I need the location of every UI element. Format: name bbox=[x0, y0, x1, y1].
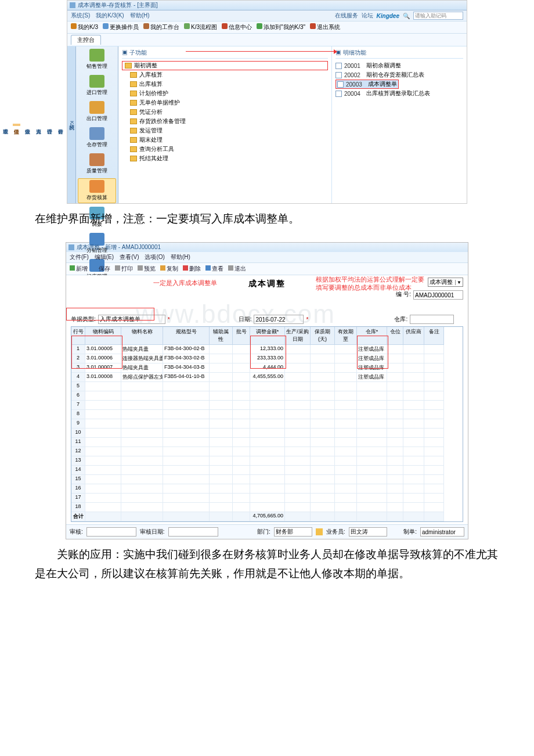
cell[interactable]: 4 bbox=[71, 373, 85, 382]
tb-view[interactable]: 查看 bbox=[205, 265, 223, 273]
cell[interactable] bbox=[233, 484, 250, 494]
detail-item[interactable]: 20004出库核算调整录取汇总表 bbox=[335, 89, 463, 98]
cell[interactable] bbox=[121, 391, 163, 401]
tree-item[interactable]: 凭证分析 bbox=[122, 107, 328, 117]
cell[interactable] bbox=[285, 391, 311, 401]
cell[interactable] bbox=[311, 419, 335, 429]
cell[interactable] bbox=[210, 456, 233, 466]
column-header[interactable]: 批号 bbox=[233, 327, 250, 345]
cell[interactable] bbox=[285, 429, 311, 438]
cell[interactable] bbox=[210, 401, 233, 410]
cell[interactable] bbox=[387, 354, 403, 363]
cat-hr[interactable]: 人力资源 bbox=[35, 124, 42, 126]
cell[interactable] bbox=[285, 345, 311, 354]
checkbox-icon[interactable] bbox=[337, 81, 344, 88]
cell[interactable] bbox=[357, 484, 387, 494]
cat-mgmt-acct[interactable]: 管理会计 bbox=[46, 124, 53, 126]
cell[interactable] bbox=[233, 438, 250, 447]
menu-myk3[interactable]: 我的K/3(K) bbox=[96, 12, 124, 20]
cell[interactable] bbox=[311, 391, 335, 401]
cell[interactable] bbox=[210, 363, 233, 373]
cell[interactable] bbox=[210, 484, 233, 494]
cell[interactable] bbox=[311, 447, 335, 456]
cell[interactable] bbox=[403, 410, 424, 419]
cell[interactable]: 233,333.00 bbox=[250, 354, 285, 363]
cell[interactable] bbox=[335, 466, 357, 475]
menu-view[interactable]: 查看(V) bbox=[120, 253, 139, 261]
cell[interactable] bbox=[311, 373, 335, 382]
cell[interactable] bbox=[387, 438, 403, 447]
cell[interactable] bbox=[403, 391, 424, 401]
column-header[interactable]: 供应商 bbox=[403, 327, 424, 345]
cell[interactable] bbox=[85, 456, 121, 466]
tree-item[interactable]: 托结其处理 bbox=[122, 154, 328, 163]
cell[interactable] bbox=[233, 466, 250, 475]
column-header[interactable]: 行号 bbox=[71, 327, 85, 345]
tb-switch-user[interactable]: 更换操作员 bbox=[103, 23, 139, 31]
tree-item[interactable]: 期末处理 bbox=[122, 135, 328, 145]
cell[interactable] bbox=[250, 475, 285, 484]
cat-myk3[interactable]: 我的K/3 bbox=[68, 120, 75, 130]
cell[interactable] bbox=[250, 447, 285, 456]
cell[interactable] bbox=[121, 456, 163, 466]
cell[interactable] bbox=[357, 494, 387, 503]
cell[interactable] bbox=[250, 484, 285, 494]
sidebar-item-仓存管理[interactable]: 仓存管理 bbox=[78, 126, 116, 150]
cell[interactable] bbox=[121, 484, 163, 494]
cell[interactable] bbox=[311, 466, 335, 475]
cell[interactable] bbox=[335, 475, 357, 484]
cell[interactable] bbox=[424, 373, 444, 382]
tree-item[interactable]: 计划价维护 bbox=[122, 89, 328, 98]
cell[interactable] bbox=[387, 345, 403, 354]
cell[interactable] bbox=[121, 475, 163, 484]
cell[interactable] bbox=[424, 447, 444, 456]
tb-new[interactable]: 新增 bbox=[70, 265, 88, 273]
cell[interactable] bbox=[233, 363, 250, 373]
cell[interactable] bbox=[403, 419, 424, 429]
cell[interactable] bbox=[387, 484, 403, 494]
cell[interactable] bbox=[233, 354, 250, 363]
cell[interactable] bbox=[403, 373, 424, 382]
cell[interactable]: 注塑成品库 bbox=[357, 373, 387, 382]
tree-item[interactable]: 查询分析工具 bbox=[122, 145, 328, 154]
cell[interactable] bbox=[121, 382, 163, 391]
cell[interactable] bbox=[424, 429, 444, 438]
cell[interactable] bbox=[335, 447, 357, 456]
approve-date-field[interactable] bbox=[168, 527, 218, 537]
cell[interactable] bbox=[403, 363, 424, 373]
date-field[interactable]: 2016-07-22 bbox=[254, 315, 304, 324]
cell[interactable] bbox=[357, 382, 387, 391]
cell[interactable]: 注塑成品库 bbox=[357, 345, 387, 354]
cell[interactable] bbox=[403, 438, 424, 447]
checkbox-icon[interactable] bbox=[335, 91, 342, 97]
cell[interactable] bbox=[233, 456, 250, 466]
cell[interactable] bbox=[250, 503, 285, 512]
cell[interactable] bbox=[285, 354, 311, 363]
cell[interactable] bbox=[121, 401, 163, 410]
column-header[interactable]: 仓库* bbox=[357, 327, 387, 345]
cell[interactable] bbox=[403, 345, 424, 354]
cell[interactable] bbox=[424, 345, 444, 354]
lookup-icon[interactable] bbox=[316, 528, 323, 535]
cell[interactable] bbox=[121, 494, 163, 503]
cell[interactable] bbox=[335, 503, 357, 512]
cell[interactable] bbox=[424, 475, 444, 484]
tree-item[interactable]: 发运管理 bbox=[122, 126, 328, 135]
cat-cost-mgmt[interactable]: 成本管理 bbox=[2, 124, 9, 126]
cell[interactable] bbox=[311, 429, 335, 438]
cell[interactable]: 13 bbox=[71, 456, 85, 466]
cell[interactable] bbox=[311, 484, 335, 494]
cell[interactable] bbox=[210, 391, 233, 401]
cell[interactable] bbox=[163, 391, 210, 401]
tree-item[interactable]: 无单价单据维护 bbox=[122, 98, 328, 107]
tree-item[interactable]: 出库核算 bbox=[122, 80, 328, 89]
cell[interactable] bbox=[121, 429, 163, 438]
cell[interactable] bbox=[163, 484, 210, 494]
cell[interactable] bbox=[250, 401, 285, 410]
cell[interactable] bbox=[285, 503, 311, 512]
cell[interactable] bbox=[285, 466, 311, 475]
cell[interactable] bbox=[250, 438, 285, 447]
cell[interactable] bbox=[233, 391, 250, 401]
cell[interactable]: 3.01.00005 bbox=[85, 345, 121, 354]
detail-item[interactable]: 20001期初余额调整 bbox=[335, 61, 463, 70]
